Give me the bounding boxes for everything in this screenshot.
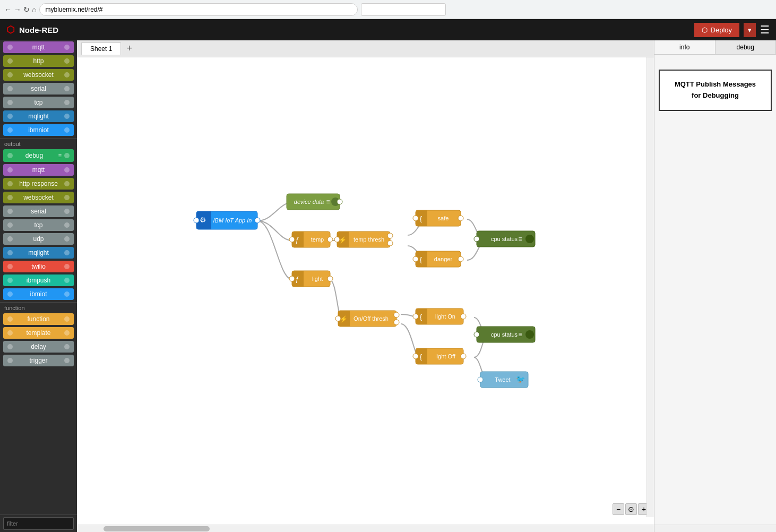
sidebar-item-ibmpush[interactable]: ibmpush — [3, 274, 74, 286]
svg-text:{: { — [420, 214, 423, 222]
debug-text-1: MQTT Publish Messages — [675, 80, 756, 88]
svg-point-74 — [461, 354, 466, 359]
port-right — [64, 344, 70, 349]
port-right — [64, 358, 70, 363]
node-label: websocket — [13, 71, 64, 79]
canvas-scrollbar-horizontal[interactable] — [77, 525, 654, 532]
port-left — [7, 127, 13, 133]
sidebar-item-function[interactable]: function — [3, 313, 74, 325]
port-right — [64, 181, 70, 186]
svg-point-17 — [289, 237, 295, 242]
search-bar[interactable] — [361, 3, 446, 16]
node-light-on[interactable]: { light On — [413, 308, 466, 324]
scrollbar-thumb[interactable] — [104, 526, 210, 531]
node-cpu-status-2[interactable]: cpu status ≡ — [474, 327, 535, 342]
node-light-off[interactable]: { light Off — [413, 348, 466, 364]
tab-info[interactable]: info — [654, 40, 715, 54]
svg-text:≡: ≡ — [518, 331, 522, 338]
sidebar-item-debug[interactable]: debug ≡ — [3, 149, 74, 162]
sidebar-item-tcp[interactable]: tcp — [3, 97, 74, 108]
filter-input[interactable] — [3, 517, 74, 530]
port-left — [7, 45, 13, 50]
canvas-area: Sheet 1 + — [77, 40, 654, 532]
sidebar-item-template[interactable]: template — [3, 327, 74, 339]
sidebar-item-websocket-out[interactable]: websocket — [3, 192, 74, 203]
svg-point-45 — [474, 236, 479, 242]
port-right — [64, 72, 70, 78]
node-label: tcp — [13, 99, 64, 106]
canvas-body[interactable]: ⚙ IBM IoT App In device data ≡ — [77, 57, 654, 525]
sidebar-item-serial-out[interactable]: serial — [3, 205, 74, 217]
sidebar-filter — [0, 514, 77, 532]
node-temp-thresh[interactable]: ⚡ temp thresh — [334, 231, 393, 247]
node-label: debug — [13, 152, 56, 159]
svg-point-40 — [458, 256, 463, 262]
sidebar-item-twilio[interactable]: twilio — [3, 261, 74, 272]
sidebar-item-udp-out[interactable]: udp — [3, 233, 74, 245]
node-label: twilio — [13, 263, 64, 270]
node-label: websocket — [13, 194, 64, 201]
tab-debug[interactable]: debug — [715, 40, 777, 54]
sidebar-item-serial[interactable]: serial — [3, 83, 74, 95]
sidebar-item-mqtt-out[interactable]: mqtt — [3, 164, 74, 176]
sidebar-item-mqtt[interactable]: mqtt — [3, 41, 74, 53]
node-label: delay — [13, 343, 64, 350]
sidebar-item-websocket[interactable]: websocket — [3, 69, 74, 81]
node-label: http — [13, 57, 64, 65]
node-light[interactable]: ƒ light — [289, 271, 333, 287]
node-label: tcp — [13, 221, 64, 229]
home-button[interactable]: ⌂ — [32, 5, 36, 14]
svg-text:≡: ≡ — [518, 235, 522, 243]
zoom-reset-button[interactable]: ⊙ — [625, 503, 637, 515]
svg-rect-44 — [525, 235, 534, 243]
svg-text:cpu status: cpu status — [491, 236, 518, 242]
sidebar-item-ibmiot-out[interactable]: ibmiot — [3, 288, 74, 300]
sidebar-item-http-response[interactable]: http response — [3, 178, 74, 190]
sidebar-item-ibmniot[interactable]: ibmniot — [3, 124, 74, 136]
deploy-button[interactable]: ⬡ Deploy — [694, 23, 739, 37]
port-right — [64, 236, 70, 242]
port-right — [64, 153, 70, 158]
zoom-controls: − ⊙ + — [613, 503, 650, 515]
node-label: http response — [13, 180, 64, 187]
canvas-scrollbar-vertical[interactable] — [646, 57, 654, 517]
node-tweet[interactable]: Tweet 🐦 — [478, 372, 528, 388]
deploy-dropdown-button[interactable]: ▾ — [744, 23, 756, 37]
node-danger[interactable]: { danger — [413, 251, 463, 267]
svg-point-24 — [334, 237, 340, 242]
node-device-data[interactable]: device data ≡ — [287, 194, 342, 210]
node-cpu-status-1[interactable]: cpu status ≡ — [474, 231, 535, 247]
node-label: serial — [13, 85, 64, 92]
browser-nav[interactable]: ← → ↻ ⌂ — [4, 5, 36, 14]
svg-rect-70 — [422, 348, 427, 364]
zoom-out-button[interactable]: − — [613, 503, 624, 515]
tab-sheet1[interactable]: Sheet 1 — [81, 42, 121, 55]
sidebar-item-tcp-out[interactable]: tcp — [3, 219, 74, 231]
node-onoff-thresh[interactable]: ⚡ On/Off thresh — [335, 311, 399, 327]
back-button[interactable]: ← — [4, 5, 12, 14]
forward-button[interactable]: → — [14, 5, 21, 14]
debug-message-box: MQTT Publish Messages for Debugging — [659, 70, 772, 111]
right-panel-scrollbar[interactable] — [654, 525, 776, 532]
port-left — [7, 222, 13, 228]
node-safe[interactable]: { safe — [413, 210, 463, 226]
right-panel: info debug MQTT Publish Messages for Deb… — [654, 40, 776, 532]
svg-text:safe: safe — [438, 215, 449, 221]
reload-button[interactable]: ↻ — [23, 5, 30, 14]
deploy-icon: ⬡ — [702, 26, 708, 34]
menu-button[interactable]: ☰ — [760, 23, 770, 36]
url-bar[interactable] — [39, 3, 358, 16]
sidebar-item-delay[interactable]: delay — [3, 341, 74, 353]
sidebar-item-mqlight-out[interactable]: mqlight — [3, 247, 74, 259]
sidebar-item-http[interactable]: http — [3, 55, 74, 67]
port-right — [64, 127, 70, 133]
node-temp[interactable]: ƒ temp — [289, 231, 333, 247]
add-tab-button[interactable]: + — [126, 43, 132, 54]
svg-text:IBM IoT App In: IBM IoT App In — [213, 217, 252, 224]
right-panel-tabs: info debug — [654, 40, 776, 55]
sidebar-item-trigger[interactable]: trigger — [3, 355, 74, 366]
sidebar-item-mqlight[interactable]: mqlight — [3, 110, 74, 122]
nodered-icon: ⬡ — [6, 24, 15, 36]
svg-rect-63 — [422, 308, 427, 324]
node-ibm-iot-app-in[interactable]: ⚙ IBM IoT App In — [194, 211, 260, 229]
